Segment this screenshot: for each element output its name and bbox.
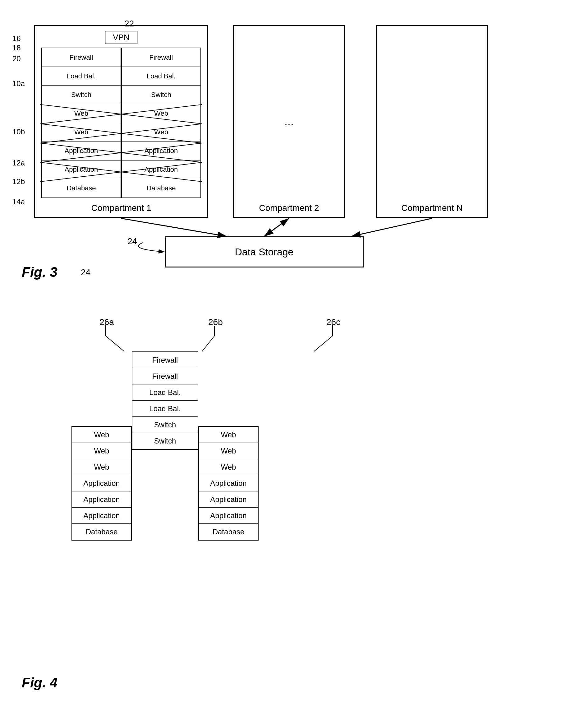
compartmentn-label: Compartment N xyxy=(377,203,487,213)
cell-web2a: Web xyxy=(122,104,201,123)
col-c-web1: Web xyxy=(199,427,258,443)
datastorage-box: Data Storage xyxy=(165,236,364,267)
col-c-app1: Application xyxy=(199,475,258,491)
col-a-app1: Application xyxy=(72,475,131,491)
cell-db1: Database xyxy=(42,179,121,198)
svg-line-12 xyxy=(264,218,289,236)
inner-col-right: Firewall Load Bal. Switch Web Web Applic… xyxy=(121,47,201,198)
col-b-fw2: Firewall xyxy=(132,368,198,384)
dots-text: ... xyxy=(285,115,294,128)
label-12b: 12b xyxy=(13,177,25,186)
cell-lb1: Load Bal. xyxy=(42,67,121,85)
cell-sw2: Switch xyxy=(122,85,201,104)
col-b-lb2: Load Bal. xyxy=(132,401,198,417)
col-a-db: Database xyxy=(72,524,131,540)
fig3-num: 24 xyxy=(81,267,90,278)
fig3-diagram: 22 16 18 20 10a 10b 12a 12b 14a VPN Fire… xyxy=(9,19,581,286)
label-24: 24 xyxy=(127,236,137,246)
col-b-sw2: Switch xyxy=(132,433,198,449)
cell-app2b: Application xyxy=(122,160,201,179)
col-c-db: Database xyxy=(199,524,258,540)
col-c-web3: Web xyxy=(199,459,258,475)
svg-line-19 xyxy=(314,336,333,351)
col-b-sw1: Switch xyxy=(132,417,198,433)
inner-col-left: Firewall Load Bal. Switch Web Web Applic… xyxy=(41,47,121,198)
svg-line-15 xyxy=(106,336,124,351)
svg-line-13 xyxy=(351,218,432,236)
fig4-label: Fig. 4 xyxy=(22,675,58,690)
col-c-app3: Application xyxy=(199,508,258,524)
col-a-web3: Web xyxy=(72,459,131,475)
col-a-app2: Application xyxy=(72,491,131,508)
label-18: 18 xyxy=(13,43,21,52)
label-14a: 14a xyxy=(13,198,25,206)
label-26b: 26b xyxy=(208,317,223,327)
inner-columns: Firewall Load Bal. Switch Web Web Applic… xyxy=(41,47,201,198)
col-c: Web Web Web Application Application Appl… xyxy=(198,426,258,541)
compartment1-box: VPN Firewall Load Bal. Switch Web Web Ap… xyxy=(34,25,208,218)
svg-line-10 xyxy=(121,218,227,236)
compartment1-label: Compartment 1 xyxy=(35,203,207,213)
label-26a: 26a xyxy=(100,317,114,327)
cell-web2b: Web xyxy=(122,123,201,142)
svg-line-11 xyxy=(264,218,289,236)
label-20: 20 xyxy=(13,55,21,63)
col-a: Web Web Web Application Application Appl… xyxy=(71,426,132,541)
cell-sw1: Switch xyxy=(42,85,121,104)
cell-web1a: Web xyxy=(42,104,121,123)
fig3-label: Fig. 3 xyxy=(22,264,58,280)
compartment2-box: ... Compartment 2 xyxy=(233,25,345,218)
compartmentn-box: Compartment N xyxy=(376,25,488,218)
col-c-web2: Web xyxy=(199,443,258,459)
col-a-web1: Web xyxy=(72,427,131,443)
cell-web1b: Web xyxy=(42,123,121,142)
label-26c: 26c xyxy=(326,317,340,327)
cell-lb2: Load Bal. xyxy=(122,67,201,85)
cell-app1b: Application xyxy=(42,160,121,179)
col-b-fw1: Firewall xyxy=(132,352,198,368)
cell-fw1: Firewall xyxy=(42,48,121,67)
vpn-label: VPN xyxy=(105,31,138,44)
label-10b: 10b xyxy=(13,127,25,136)
fig4-diagram: 26a 26b 26c Web Web Web Application Appl… xyxy=(9,311,581,709)
label-10a: 10a xyxy=(13,79,25,88)
col-a-app3: Application xyxy=(72,508,131,524)
cell-fw2: Firewall xyxy=(122,48,201,67)
svg-line-17 xyxy=(202,336,214,351)
fig4-grid: Web Web Web Application Application Appl… xyxy=(71,351,258,541)
col-c-app2: Application xyxy=(199,491,258,508)
label-12a: 12a xyxy=(13,159,25,167)
cell-db2: Database xyxy=(122,179,201,198)
col-b: Firewall Firewall Load Bal. Load Bal. Sw… xyxy=(132,351,198,450)
cell-app2a: Application xyxy=(122,142,201,160)
compartment2-label: Compartment 2 xyxy=(234,203,344,213)
cell-app1a: Application xyxy=(42,142,121,160)
col-a-web2: Web xyxy=(72,443,131,459)
label-16: 16 xyxy=(13,34,21,43)
col-b-lb1: Load Bal. xyxy=(132,384,198,401)
